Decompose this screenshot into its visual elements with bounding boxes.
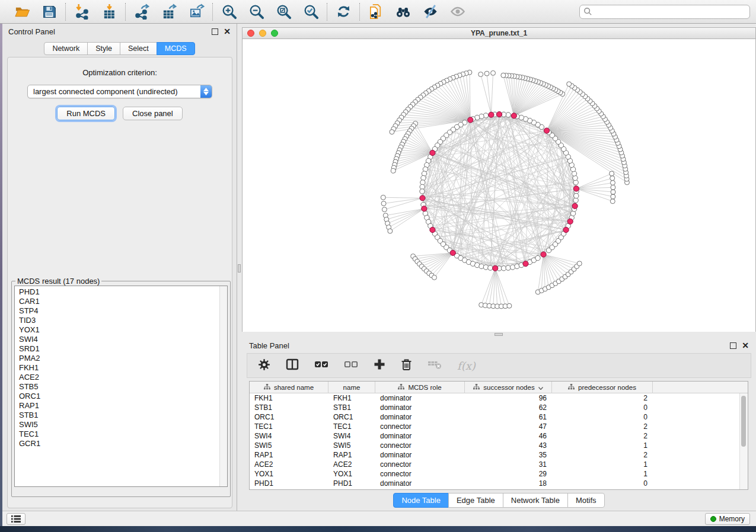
satellite-node[interactable]: [611, 185, 615, 190]
satellite-node[interactable]: [610, 199, 615, 204]
satellite-node[interactable]: [610, 180, 615, 185]
export-network-icon[interactable]: [133, 4, 150, 20]
select-all-icon[interactable]: [314, 360, 328, 371]
add-column-icon[interactable]: [374, 358, 385, 373]
table-row[interactable]: SWI4SWI4dominator462: [250, 431, 748, 441]
satellite-node[interactable]: [610, 171, 614, 176]
float-panel-icon[interactable]: [730, 342, 736, 349]
table-row[interactable]: STB1STB1dominator620: [250, 403, 748, 412]
node-table[interactable]: shared namenameMCDS rolesuccessor nodesp…: [249, 381, 748, 490]
tab-node-table[interactable]: Node Table: [393, 493, 449, 508]
mcds-result-item[interactable]: TID3: [19, 316, 227, 325]
tab-select[interactable]: Select: [120, 42, 157, 55]
table-row[interactable]: YOX1YOX1connector291: [250, 469, 748, 479]
open-file-icon[interactable]: [14, 4, 30, 20]
refresh-icon[interactable]: [335, 4, 352, 20]
satellite-node[interactable]: [611, 190, 615, 194]
mcds-result-item[interactable]: PMA2: [19, 354, 227, 363]
mcds-result-item[interactable]: ORC1: [19, 392, 227, 401]
satellite-node[interactable]: [382, 207, 387, 212]
mcds-result-item[interactable]: SRD1: [19, 344, 227, 354]
satellite-node[interactable]: [391, 168, 395, 173]
mcds-result-item[interactable]: SWI4: [19, 335, 227, 344]
tab-mcds[interactable]: MCDS: [157, 42, 195, 55]
column-header-predecessor-nodes[interactable]: predecessor nodes: [552, 382, 653, 393]
mcds-hub-node[interactable]: [430, 227, 435, 232]
table-row[interactable]: RAP1RAP1dominator352: [250, 450, 748, 460]
satellite-node[interactable]: [381, 201, 386, 206]
mcds-result-item[interactable]: ACE2: [19, 373, 227, 382]
mcds-result-item[interactable]: FKH1: [19, 363, 227, 373]
mcds-result-item[interactable]: STB1: [19, 411, 227, 420]
mcds-hub-node[interactable]: [493, 265, 498, 271]
mcds-hub-node[interactable]: [523, 261, 528, 267]
satellite-node[interactable]: [567, 82, 572, 86]
column-header-MCDS-role[interactable]: MCDS role: [375, 382, 465, 393]
mcds-result-item[interactable]: TEC1: [19, 430, 227, 439]
tab-network-table[interactable]: Network Table: [503, 493, 568, 508]
result-list-scrollbar[interactable]: [219, 286, 227, 486]
satellite-node[interactable]: [479, 72, 483, 76]
mcds-result-item[interactable]: PHD1: [19, 287, 227, 297]
float-panel-icon[interactable]: [212, 28, 218, 35]
import-table-icon[interactable]: [101, 4, 117, 20]
mcds-result-item[interactable]: RAP1: [19, 401, 227, 411]
mcds-result-item[interactable]: STP4: [19, 306, 227, 316]
satellite-node[interactable]: [432, 275, 436, 280]
search-box[interactable]: [579, 5, 750, 19]
ring-node[interactable]: [574, 193, 579, 198]
satellite-node[interactable]: [577, 261, 582, 266]
mcds-hub-node[interactable]: [544, 128, 549, 133]
mcds-hub-node[interactable]: [496, 111, 502, 117]
column-header-shared-name[interactable]: shared name: [250, 382, 328, 393]
network-from-selection-icon[interactable]: [368, 4, 384, 20]
tab-motifs[interactable]: Motifs: [567, 493, 605, 508]
export-table-icon[interactable]: [161, 4, 177, 20]
mcds-hub-node[interactable]: [567, 219, 573, 224]
splitter-handle[interactable]: [495, 333, 503, 336]
ring-node[interactable]: [420, 189, 425, 194]
table-scrollbar[interactable]: [739, 393, 748, 489]
horizontal-splitter[interactable]: [242, 332, 756, 338]
zoom-selected-icon[interactable]: [302, 4, 319, 20]
mcds-hub-node[interactable]: [489, 112, 494, 117]
satellite-node[interactable]: [611, 194, 615, 199]
panel-menu-button[interactable]: [7, 513, 25, 525]
memory-button[interactable]: Memory: [705, 513, 750, 525]
split-panel-icon[interactable]: [286, 358, 299, 373]
column-header-name[interactable]: name: [328, 382, 375, 393]
delete-column-icon[interactable]: [401, 358, 412, 373]
import-network-icon[interactable]: [74, 4, 90, 20]
criterion-select[interactable]: largest connected component (undirected): [27, 85, 212, 98]
mcds-result-item[interactable]: YOX1: [19, 325, 227, 335]
run-mcds-button[interactable]: Run MCDS: [57, 107, 115, 120]
mcds-hub-node[interactable]: [563, 227, 569, 232]
table-settings-icon[interactable]: [258, 358, 270, 373]
find-binoculars-icon[interactable]: [395, 4, 412, 20]
mcds-result-item[interactable]: SWI5: [19, 420, 227, 430]
mcds-hub-node[interactable]: [450, 250, 455, 255]
satellite-node[interactable]: [501, 73, 506, 78]
satellite-node[interactable]: [388, 229, 393, 233]
tab-network[interactable]: Network: [44, 42, 88, 55]
network-view-canvas[interactable]: [242, 39, 756, 332]
satellite-node[interactable]: [484, 71, 489, 76]
zoom-out-icon[interactable]: [248, 4, 264, 20]
mcds-hub-node[interactable]: [468, 117, 473, 123]
close-panel-icon[interactable]: ✕: [742, 342, 749, 349]
ring-node[interactable]: [488, 265, 493, 270]
splitter-handle[interactable]: [238, 264, 241, 273]
tab-edge-table[interactable]: Edge Table: [448, 493, 503, 508]
export-image-icon[interactable]: [188, 4, 205, 20]
mcds-hub-node[interactable]: [420, 196, 425, 201]
network-graph[interactable]: [243, 39, 755, 331]
vertical-splitter[interactable]: [237, 24, 242, 511]
close-panel-button[interactable]: Close panel: [123, 107, 183, 120]
search-input[interactable]: [592, 7, 746, 17]
zoom-in-icon[interactable]: [221, 4, 237, 20]
table-row[interactable]: FKH1FKH1dominator962: [250, 393, 748, 403]
network-window-titlebar[interactable]: YPA_prune.txt_1: [242, 27, 756, 39]
mcds-result-list[interactable]: PHD1CAR1STP4TID3YOX1SWI4SRD1PMA2FKH1ACE2…: [14, 286, 228, 487]
satellite-node[interactable]: [381, 195, 385, 200]
mcds-hub-node[interactable]: [430, 150, 435, 155]
